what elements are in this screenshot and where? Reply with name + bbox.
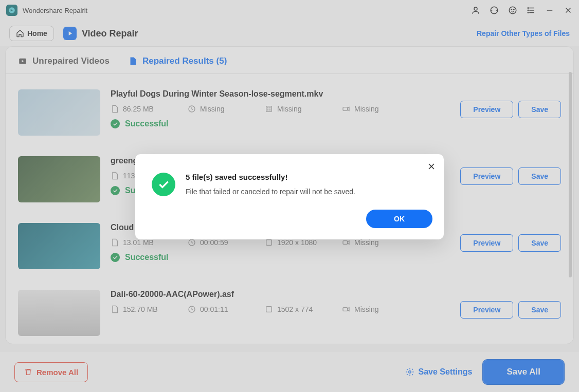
- close-icon: [426, 161, 437, 172]
- modal-close-button[interactable]: [426, 161, 437, 172]
- modal-ok-button[interactable]: OK: [366, 210, 432, 228]
- success-icon: [152, 173, 175, 196]
- modal-title: 5 file(s) saved successfully!: [186, 173, 355, 181]
- modal: 5 file(s) saved successfully! File that …: [135, 154, 444, 239]
- modal-subtitle: File that failed or canceled to repair w…: [186, 188, 355, 196]
- modal-overlay: 5 file(s) saved successfully! File that …: [0, 0, 579, 392]
